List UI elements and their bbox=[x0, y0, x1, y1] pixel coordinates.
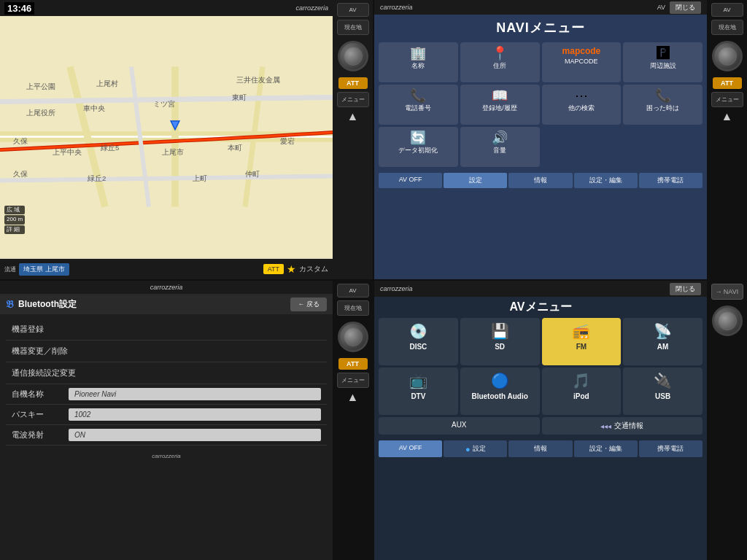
navi-cell-name[interactable]: 🏢 名称 bbox=[379, 42, 458, 82]
navi-cell-nearby[interactable]: 🅿 周辺施設 bbox=[623, 42, 703, 82]
navi-header: carrozzeria AV 閉じる bbox=[374, 0, 707, 15]
navi-button-br[interactable]: → NAVI bbox=[711, 284, 743, 300]
volume-knob-tr[interactable] bbox=[712, 41, 743, 71]
current-location-button-bl[interactable]: 現在地 bbox=[337, 300, 369, 316]
help-icon: 📞 bbox=[655, 89, 671, 102]
navi-cell-sound[interactable]: 🔊 音量 bbox=[460, 127, 540, 167]
usb-icon: 🔌 bbox=[654, 373, 672, 388]
star-icon[interactable]: ★ bbox=[287, 263, 296, 275]
att-badge-left[interactable]: ATT bbox=[263, 264, 284, 274]
bt-title-text: Bluetooth設定 bbox=[18, 298, 77, 311]
volume-knob-bl[interactable] bbox=[338, 322, 368, 352]
scale-wide[interactable]: 広 域 bbox=[4, 206, 25, 214]
settings-edit-btn-tr[interactable]: 設定・編集 bbox=[574, 173, 638, 188]
bt-field-name: 自機名称 Pioneer Navi bbox=[6, 384, 327, 405]
settings-btn-tr[interactable]: 設定 bbox=[444, 173, 507, 188]
bt-logo-bar: carrozzeria bbox=[0, 281, 333, 294]
navi-cell-mapcode[interactable]: mapcode MAPCODE bbox=[542, 42, 622, 82]
bt-settings-btn-br[interactable]: ●設定 bbox=[444, 440, 507, 457]
usb-label: USB bbox=[655, 391, 670, 402]
att-button-tl[interactable]: ATT bbox=[338, 77, 368, 89]
bt-connection-settings[interactable]: 通信接続設定変更 bbox=[6, 362, 327, 384]
svg-text:三井住友金属: 三井住友金属 bbox=[236, 76, 280, 84]
mobile-btn-tr[interactable]: 携帯電話 bbox=[639, 173, 703, 188]
mobile-btn-br[interactable]: 携帯電話 bbox=[639, 440, 703, 457]
av-fm-cell[interactable]: 📻 FM bbox=[542, 318, 622, 365]
svg-text:ミツ宮: ミツ宮 bbox=[153, 100, 175, 108]
navi-cell-reset[interactable]: 🔄 データ初期化 bbox=[379, 127, 458, 167]
fm-label: FM bbox=[576, 341, 587, 352]
bt-change-device[interactable]: 機器変更／削除 bbox=[6, 341, 327, 362]
bt-register-device[interactable]: 機器登録 bbox=[6, 319, 327, 341]
scale-detail[interactable]: 詳 細 bbox=[4, 225, 25, 234]
att-button-bl[interactable]: ATT bbox=[338, 358, 368, 370]
up-arrow-tl[interactable]: ▲ bbox=[347, 110, 359, 123]
scale-distance: 200 m bbox=[4, 215, 25, 224]
nav-panel: 13:46 carrozzeria bbox=[0, 0, 373, 279]
up-arrow-bl[interactable]: ▲ bbox=[347, 391, 359, 404]
navi-cell-phone[interactable]: 📞 電話番号 bbox=[379, 85, 458, 125]
current-location-button-tl[interactable]: 現在地 bbox=[337, 20, 369, 35]
menu-button-tr[interactable]: メニュー bbox=[711, 92, 743, 107]
av-media-row2: 📺 DTV 🔵 Bluetooth Audio 🎵 iPod 🔌 USB bbox=[374, 365, 707, 415]
navi-cell-search[interactable]: ⋯ 他の検索 bbox=[542, 85, 622, 125]
dtv-label: DTV bbox=[411, 391, 425, 402]
svg-text:上町: 上町 bbox=[193, 174, 207, 182]
main-grid: 13:46 carrozzeria bbox=[0, 0, 747, 560]
close-button-br[interactable]: 閉じる bbox=[670, 283, 701, 295]
av-disc-cell[interactable]: 💿 DISC bbox=[379, 318, 458, 365]
knob-inner-tr bbox=[718, 47, 737, 66]
history-icon: 📖 bbox=[492, 89, 508, 102]
av-button-tr[interactable]: AV bbox=[711, 3, 743, 17]
svg-text:仲町: 仲町 bbox=[245, 170, 260, 178]
bt-audio-icon: 🔵 bbox=[491, 373, 509, 388]
av-bt-audio-cell[interactable]: 🔵 Bluetooth Audio bbox=[460, 368, 540, 415]
av-wide-row: AUX ◂◂◂ 交通情報 bbox=[374, 415, 707, 435]
up-arrow-tr[interactable]: ▲ bbox=[721, 110, 733, 123]
history-label: 登録地/履歴 bbox=[482, 104, 517, 112]
navi-cell-address[interactable]: 📍 住所 bbox=[460, 42, 540, 82]
bt-field-radio: 電波発射 ON bbox=[6, 425, 327, 446]
avoff-btn-br[interactable]: AV OFF bbox=[379, 440, 442, 457]
close-button-tr[interactable]: 閉じる bbox=[670, 1, 701, 14]
av-usb-cell[interactable]: 🔌 USB bbox=[623, 368, 703, 415]
bt-name-label: 自機名称 bbox=[12, 389, 63, 400]
menu-button-tl[interactable]: メニュー bbox=[337, 92, 369, 107]
svg-text:本町: 本町 bbox=[228, 144, 242, 152]
navi-cell-help[interactable]: 📞 困った時は bbox=[623, 85, 703, 125]
svg-text:久保: 久保 bbox=[13, 137, 28, 145]
svg-text:久保: 久保 bbox=[13, 170, 28, 178]
bt-passkey-value: 1002 bbox=[69, 408, 321, 421]
volume-knob-tl[interactable] bbox=[338, 41, 368, 71]
av-aux-cell[interactable]: AUX bbox=[379, 417, 540, 435]
av-button-bl[interactable]: AV bbox=[337, 284, 369, 298]
att-button-tr[interactable]: ATT bbox=[713, 77, 742, 89]
back-button-bl[interactable]: ← 戻る bbox=[290, 298, 327, 311]
carrozzeria-logo-br: carrozzeria bbox=[380, 285, 413, 292]
av-sd-cell[interactable]: 💾 SD bbox=[460, 318, 540, 365]
nav-sidebar: AV 現在地 ATT メニュー ▲ bbox=[333, 0, 373, 279]
mapcode-icon: mapcode bbox=[562, 47, 601, 55]
info-btn-tr[interactable]: 情報 bbox=[508, 173, 572, 188]
av-dtv-cell[interactable]: 📺 DTV bbox=[379, 368, 458, 415]
info-btn-br[interactable]: 情報 bbox=[508, 440, 572, 457]
av-button-top-left[interactable]: AV bbox=[337, 3, 369, 17]
phone-label: 電話番号 bbox=[405, 104, 431, 112]
svg-text:上尾村: 上尾村 bbox=[96, 79, 118, 88]
sd-icon: 💾 bbox=[491, 324, 509, 338]
current-location-button-tr[interactable]: 現在地 bbox=[711, 20, 743, 35]
av-traffic-cell[interactable]: ◂◂◂ 交通情報 bbox=[542, 417, 703, 435]
av-ipod-cell[interactable]: 🎵 iPod bbox=[542, 368, 622, 415]
menu-button-bl[interactable]: メニュー bbox=[337, 373, 369, 388]
av-bottom-bar: AV OFF ●設定 情報 設定・編集 携帯電話 bbox=[374, 438, 707, 459]
navi-cell-history[interactable]: 📖 登録地/履歴 bbox=[460, 85, 540, 125]
settings-edit-btn-br[interactable]: 設定・編集 bbox=[574, 440, 638, 457]
svg-text:上平中央: 上平中央 bbox=[53, 148, 82, 156]
svg-text:愛宕: 愛宕 bbox=[280, 137, 295, 145]
reset-label: データ初期化 bbox=[398, 147, 438, 155]
disc-label: DISC bbox=[409, 341, 427, 352]
avoff-btn-tr[interactable]: AV OFF bbox=[379, 173, 442, 188]
av-am-cell[interactable]: 📡 AM bbox=[623, 318, 703, 365]
volume-knob-br[interactable] bbox=[712, 306, 743, 336]
navi-menu-title: NAVIメニュー bbox=[374, 15, 707, 39]
